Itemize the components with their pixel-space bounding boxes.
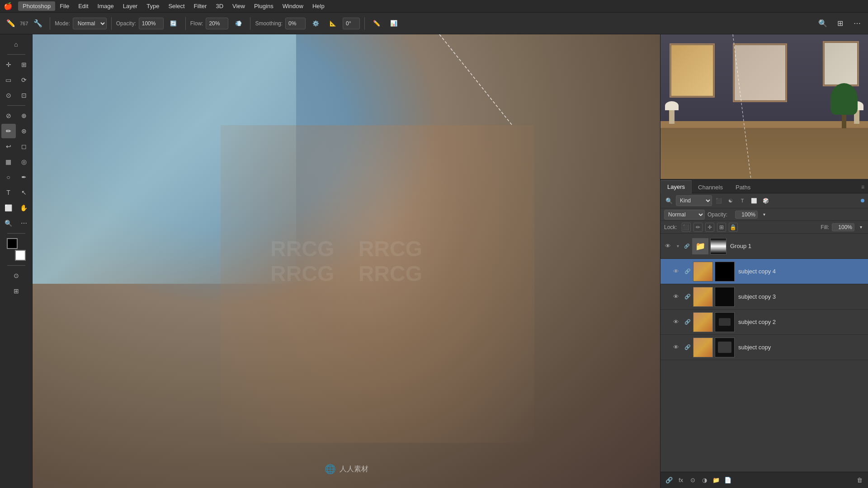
- panel-tabs: Layers Channels Paths ≡: [660, 179, 868, 193]
- visibility-subject[interactable]: 👁: [671, 343, 680, 352]
- visibility-subject4[interactable]: 👁: [671, 267, 680, 276]
- airbrush-icon[interactable]: 💨: [231, 16, 245, 31]
- tool-shape[interactable]: ⬜: [1, 201, 16, 215]
- layer-group1[interactable]: 👁 ▾ 🔗 📁 Group 1: [660, 234, 868, 259]
- fill-arrow-icon[interactable]: ▾: [857, 224, 864, 231]
- tool-eraser[interactable]: ◻: [17, 139, 31, 154]
- toolbox-div-0: [7, 54, 25, 55]
- tab-channels[interactable]: Channels: [692, 181, 729, 193]
- smoothing-input[interactable]: [285, 18, 306, 29]
- foreground-color-swatch[interactable]: [7, 238, 18, 249]
- symmetry-icon[interactable]: ✏️: [369, 16, 384, 31]
- menu-edit[interactable]: Edit: [74, 1, 93, 11]
- menu-3d[interactable]: 3D: [211, 1, 228, 11]
- new-group-icon[interactable]: 📁: [711, 475, 721, 485]
- tool-lasso[interactable]: ⟳: [17, 73, 31, 87]
- smoothing-settings-icon[interactable]: ⚙️: [308, 16, 323, 31]
- layer-subject-copy[interactable]: 👁 🔗 subject copy: [660, 335, 868, 360]
- lock-paint-icon[interactable]: ✏: [693, 223, 703, 232]
- lock-position-icon[interactable]: ✛: [705, 223, 714, 232]
- panel-menu-icon[interactable]: ≡: [858, 181, 868, 193]
- tab-layers[interactable]: Layers: [660, 180, 692, 193]
- apple-menu[interactable]: 🍎: [4, 2, 13, 10]
- workspace-icon[interactable]: ⊞: [833, 16, 847, 31]
- new-layer-icon[interactable]: 📄: [723, 475, 733, 485]
- lock-pixels-icon[interactable]: ⬛: [682, 223, 691, 232]
- search-icon[interactable]: 🔍: [816, 16, 830, 31]
- shape-filter-icon[interactable]: ⬜: [749, 196, 759, 206]
- opacity-input[interactable]: [139, 18, 164, 29]
- opacity-row-input[interactable]: [735, 211, 758, 219]
- visibility-group1[interactable]: 👁: [663, 242, 672, 251]
- pixel-filter-icon[interactable]: ⬛: [714, 196, 724, 206]
- filter-select[interactable]: Kind: [676, 195, 712, 206]
- layer-subject-copy4[interactable]: 👁 🔗 subject copy 4: [660, 259, 868, 284]
- menu-layer[interactable]: Layer: [118, 1, 142, 11]
- menu-window[interactable]: Window: [278, 1, 308, 11]
- menu-help[interactable]: Help: [308, 1, 329, 11]
- link-layers-icon[interactable]: 🔗: [664, 475, 674, 485]
- opacity-toggle-icon[interactable]: 🔄: [166, 16, 181, 31]
- tool-gradient[interactable]: ▦: [1, 155, 16, 169]
- fx-icon[interactable]: fx: [676, 475, 686, 485]
- filter-row: 🔍 Kind ⬛ ☯ T ⬜ 🎲: [660, 193, 868, 208]
- filter-toggle-icon[interactable]: 🔍: [664, 196, 674, 206]
- tool-quick-mask[interactable]: ⊙: [9, 268, 24, 283]
- menu-file[interactable]: File: [55, 1, 74, 11]
- brush-tool-icon[interactable]: ✏️: [4, 16, 18, 31]
- tool-type[interactable]: T: [1, 185, 16, 200]
- expand-group1[interactable]: ▾: [674, 243, 681, 250]
- delete-layer-icon[interactable]: 🗑: [854, 475, 864, 485]
- adjustment-filter-icon[interactable]: ☯: [726, 196, 736, 206]
- tool-history-brush[interactable]: ↩: [1, 139, 16, 154]
- more-icon[interactable]: ⋯: [850, 16, 864, 31]
- mode-select[interactable]: Normal Multiply Screen: [73, 18, 107, 29]
- tool-brush[interactable]: ✏: [1, 124, 16, 138]
- type-filter-icon[interactable]: T: [737, 196, 747, 206]
- tool-hand[interactable]: ✋: [17, 201, 31, 215]
- tool-home[interactable]: ⌂: [9, 37, 24, 52]
- tool-artboard[interactable]: ⊞: [17, 57, 31, 72]
- new-adjustment-icon[interactable]: ◑: [699, 475, 709, 485]
- tab-paths[interactable]: Paths: [729, 181, 757, 193]
- tool-pen[interactable]: ✒: [17, 170, 31, 184]
- tool-quick-select[interactable]: ⊙: [1, 88, 16, 103]
- tool-marquee[interactable]: ▭: [1, 73, 16, 87]
- tool-clone[interactable]: ⊛: [17, 124, 31, 138]
- tool-screen-mode[interactable]: ⊞: [9, 284, 24, 298]
- layer-subject-copy3[interactable]: 👁 🔗 subject copy 3: [660, 284, 868, 310]
- angle-icon[interactable]: 📐: [326, 16, 340, 31]
- tool-healing[interactable]: ⊕: [17, 108, 31, 123]
- blend-mode-select[interactable]: Normal: [664, 210, 705, 220]
- visibility-subject2[interactable]: 👁: [671, 318, 680, 327]
- lock-all-icon[interactable]: 🔒: [729, 223, 738, 232]
- menu-view[interactable]: View: [228, 1, 250, 11]
- background-color-swatch[interactable]: [15, 250, 26, 261]
- tool-dodge[interactable]: ○: [1, 170, 16, 184]
- tool-zoom[interactable]: 🔍: [1, 216, 16, 230]
- add-mask-icon[interactable]: ⊙: [688, 475, 698, 485]
- smart-filter-icon[interactable]: 🎲: [761, 196, 771, 206]
- pressure-icon[interactable]: 📊: [387, 16, 401, 31]
- tool-extra[interactable]: ⋯: [17, 216, 31, 230]
- visibility-subject3[interactable]: 👁: [671, 292, 680, 301]
- canvas-area[interactable]: RRCG RRCGRRCG RRCG 🌐 人人素材: [33, 34, 660, 488]
- brush-settings-icon[interactable]: 🔧: [31, 16, 45, 31]
- opacity-arrow-icon[interactable]: ▾: [760, 211, 768, 218]
- menu-type[interactable]: Type: [142, 1, 164, 11]
- tool-move[interactable]: ✛: [1, 57, 16, 72]
- flow-input[interactable]: [206, 18, 228, 29]
- menu-select[interactable]: Select: [164, 1, 189, 11]
- menu-photoshop[interactable]: Photoshop: [18, 1, 55, 11]
- tool-blur[interactable]: ◎: [17, 155, 31, 169]
- menu-filter[interactable]: Filter: [189, 1, 212, 11]
- angle-input[interactable]: [343, 18, 360, 29]
- lock-artboard-icon[interactable]: ⊞: [717, 223, 726, 232]
- menu-plugins[interactable]: Plugins: [250, 1, 278, 11]
- tool-path-select[interactable]: ↖: [17, 185, 31, 200]
- tool-crop[interactable]: ⊡: [17, 88, 31, 103]
- fill-input[interactable]: [832, 223, 854, 231]
- tool-eyedropper[interactable]: ⊘: [1, 108, 16, 123]
- menu-image[interactable]: Image: [93, 1, 118, 11]
- layer-subject-copy2[interactable]: 👁 🔗 subject copy 2: [660, 310, 868, 335]
